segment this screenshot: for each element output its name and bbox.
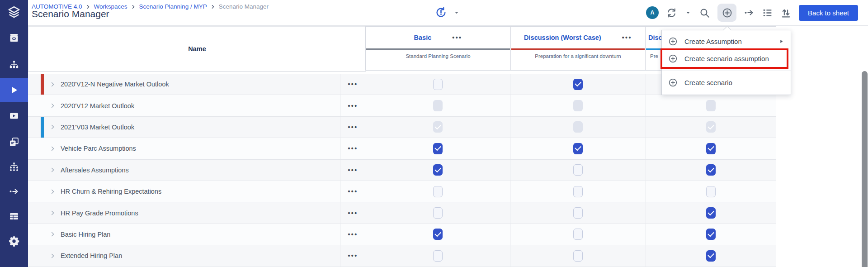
more-options-icon[interactable]: ••• <box>348 81 358 88</box>
scenario-checkbox-checked[interactable] <box>433 164 443 176</box>
scenario-title[interactable]: Basic <box>414 34 432 41</box>
table-row-aftersales-assumptions: Aftersales Assumptions••• <box>28 160 776 181</box>
sidebar-item-play[interactable] <box>0 78 28 102</box>
sidebar-item-table-grid[interactable] <box>0 204 28 229</box>
scenario-checkbox-unchecked[interactable] <box>573 229 583 240</box>
play-icon <box>8 84 20 96</box>
scenario-checkbox-checked[interactable] <box>706 143 716 154</box>
scenario-checkbox-checked[interactable] <box>706 250 716 262</box>
scenario-checkbox-checked[interactable] <box>706 164 716 176</box>
table-row-extended-hiring-plan: Extended Hiring Plan••• <box>28 245 776 267</box>
scenario-checkbox-checked[interactable] <box>433 143 443 154</box>
sidebar-item-settings-gear[interactable] <box>0 229 28 253</box>
scenario-title[interactable]: Discussion (Worst Case) <box>524 34 601 41</box>
sort-arrows-icon[interactable] <box>780 7 792 19</box>
menu-item-create-scenario[interactable]: Create scenario <box>662 74 791 91</box>
sidebar-item-documents[interactable] <box>0 130 28 154</box>
scenario-cell <box>365 224 511 245</box>
sidebar-item-jump-arrow[interactable] <box>0 179 28 204</box>
scenario-checkbox-unchecked[interactable] <box>433 250 443 262</box>
scenario-cell <box>511 181 646 202</box>
row-expand-chevron-icon[interactable] <box>50 189 56 195</box>
chevron-down-icon[interactable] <box>684 9 692 16</box>
row-expand-chevron-icon[interactable] <box>50 103 56 109</box>
sidebar-item-video-play[interactable] <box>0 104 28 128</box>
sidebar-item-org-chart[interactable] <box>0 53 28 77</box>
scenario-checkbox-checked[interactable] <box>433 229 443 240</box>
scenario-checkbox-checked[interactable] <box>706 229 716 240</box>
row-name-label: HR Churn & Rehiring Expectations <box>61 188 161 195</box>
scenario-checkbox-disabled-checked[interactable] <box>706 121 716 133</box>
history-alert-icon[interactable] <box>435 6 447 19</box>
table-row-basic-hiring-plan: Basic Hiring Plan••• <box>28 224 776 245</box>
scenario-checkbox-unchecked[interactable] <box>573 250 583 262</box>
sidebar <box>0 0 28 267</box>
scenario-checkbox-unchecked[interactable] <box>433 79 443 90</box>
scenario-title[interactable]: Disc <box>648 34 662 41</box>
table-row-hr-churn-rehiring-expectations: HR Churn & Rehiring Expectations••• <box>28 181 776 202</box>
search-icon[interactable] <box>699 7 710 19</box>
scenario-checkbox-disabled[interactable] <box>573 100 583 111</box>
sidebar-item-layers-logo[interactable] <box>0 0 28 24</box>
history-group <box>435 6 460 19</box>
details-list-icon[interactable] <box>762 7 773 19</box>
row-expand-chevron-icon[interactable] <box>50 146 56 152</box>
more-options-icon[interactable]: ••• <box>348 231 358 238</box>
table-row-2020-v12-market-outlook: 2020'V12 Market Outlook••• <box>28 95 776 116</box>
scenario-checkbox-unchecked[interactable] <box>573 164 583 176</box>
breadcrumb-chevron-icon <box>211 4 215 9</box>
more-options-icon[interactable]: ••• <box>452 34 462 41</box>
row-expand-chevron-icon[interactable] <box>50 253 56 259</box>
row-expand-chevron-icon[interactable] <box>50 210 56 216</box>
scenario-checkbox-unchecked[interactable] <box>433 207 443 219</box>
scenario-cell <box>365 95 511 116</box>
history-dropdown-caret-icon[interactable] <box>453 9 460 16</box>
menu-item-create-scenario-assumption[interactable]: Create scenario assumption <box>662 50 791 67</box>
scenario-checkbox-unchecked[interactable] <box>573 207 583 219</box>
scenario-checkbox-checked[interactable] <box>706 207 716 219</box>
sidebar-item-archive[interactable] <box>0 26 28 50</box>
scenario-checkbox-unchecked[interactable] <box>706 186 716 197</box>
row-expand-chevron-icon[interactable] <box>50 231 56 237</box>
more-options-icon[interactable]: ••• <box>348 102 358 110</box>
scenario-checkbox-checked[interactable] <box>573 79 583 90</box>
scenario-checkbox-unchecked[interactable] <box>433 186 443 197</box>
row-menu-cell: ••• <box>340 181 365 202</box>
more-options-icon[interactable]: ••• <box>622 34 632 41</box>
add-circle-icon[interactable] <box>717 4 736 22</box>
more-options-icon[interactable]: ••• <box>348 124 358 131</box>
row-name-cell: 2020'V12 Market Outlook <box>28 95 340 116</box>
table-grid-icon <box>9 211 19 222</box>
menu-item-label: Create scenario <box>684 79 732 86</box>
scenario-checkbox-disabled-checked[interactable] <box>433 121 443 133</box>
breadcrumb-item-scenario-planning-myp[interactable]: Scenario Planning / MYP <box>139 3 207 10</box>
scenario-cell <box>365 202 511 223</box>
more-options-icon[interactable]: ••• <box>348 252 358 259</box>
scenario-cell <box>646 95 776 116</box>
avatar[interactable]: A <box>646 6 659 19</box>
scenario-checkbox-checked[interactable] <box>573 143 583 154</box>
scenario-cell <box>646 202 776 223</box>
scenario-checkbox-disabled[interactable] <box>573 121 583 133</box>
refresh-icon[interactable] <box>666 7 677 19</box>
jump-arrow-icon[interactable] <box>744 7 755 18</box>
name-column-header: Name <box>28 26 366 72</box>
row-expand-chevron-icon[interactable] <box>50 167 56 173</box>
row-expand-chevron-icon[interactable] <box>50 81 56 87</box>
menu-item-label: Create Assumption <box>684 38 742 45</box>
menu-item-create-assumption[interactable]: Create Assumption <box>662 33 791 50</box>
more-options-icon[interactable]: ••• <box>348 188 358 195</box>
row-name-label: 2021'V03 Market Outlook <box>61 124 134 131</box>
scenario-checkbox-unchecked[interactable] <box>573 186 583 197</box>
row-expand-chevron-icon[interactable] <box>50 124 56 130</box>
more-options-icon[interactable]: ••• <box>348 145 358 152</box>
more-options-icon[interactable]: ••• <box>348 210 358 217</box>
scenario-checkbox-disabled[interactable] <box>433 100 443 111</box>
row-name-cell: 2020'V12-N Negative Market Outlook <box>28 74 340 95</box>
scenario-checkbox-disabled[interactable] <box>706 100 716 111</box>
vertical-scrollbar-thumb[interactable] <box>862 71 868 267</box>
sidebar-item-node-tree[interactable] <box>0 155 28 179</box>
more-options-icon[interactable]: ••• <box>348 167 358 174</box>
back-to-sheet-button[interactable]: Back to sheet <box>799 5 858 21</box>
scenario-color-bar <box>366 48 510 50</box>
